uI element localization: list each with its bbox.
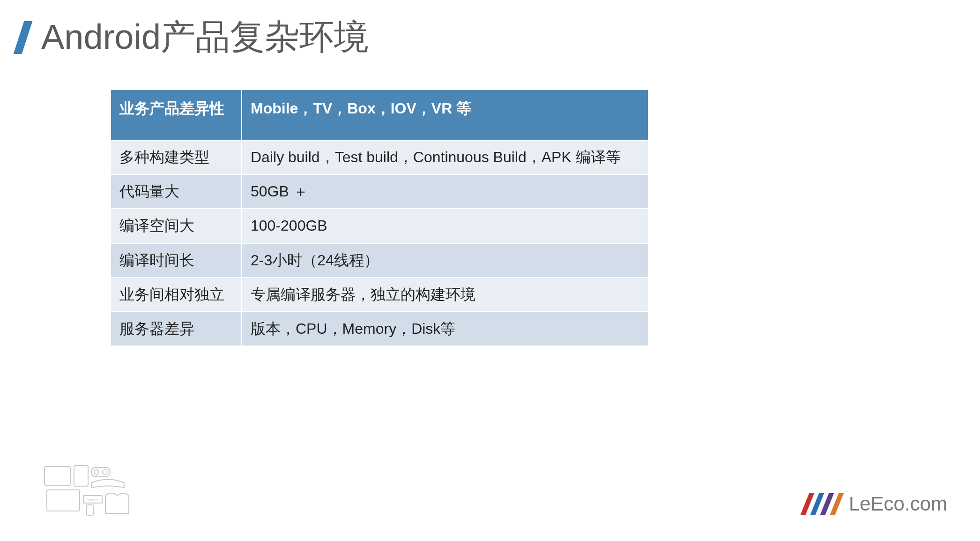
brand-text: LeEco.com — [849, 493, 947, 515]
header-label: 业务产品差异性 — [111, 90, 242, 140]
row-value: 版本，CPU，Memory，Disk等 — [242, 312, 648, 346]
title-accent-slash — [14, 21, 33, 54]
svg-point-3 — [94, 470, 99, 474]
devices-illustration-icon: Screen — [42, 462, 136, 518]
svg-rect-5 — [47, 490, 80, 511]
table-row: 服务器差异 版本，CPU，Memory，Disk等 — [111, 312, 648, 346]
table-header-row: 业务产品差异性 Mobile，TV，Box，IOV，VR 等 — [111, 90, 648, 140]
svg-rect-0 — [45, 466, 70, 485]
header-value: Mobile，TV，Box，IOV，VR 等 — [242, 90, 648, 140]
row-value: 专属编译服务器，独立的构建环境 — [242, 278, 648, 312]
table-row: 编译空间大 100-200GB — [111, 209, 648, 243]
row-label: 编译空间大 — [111, 209, 242, 243]
row-label: 多种构建类型 — [111, 140, 242, 174]
row-value: 2-3小时（24线程） — [242, 243, 648, 278]
content-table: 业务产品差异性 Mobile，TV，Box，IOV，VR 等 多种构建类型 Da… — [110, 89, 649, 346]
row-label: 业务间相对独立 — [111, 278, 242, 312]
slide-title-bar: Android产品复杂环境 — [0, 0, 980, 70]
table-row: 编译时间长 2-3小时（24线程） — [111, 243, 648, 278]
content-table-wrap: 业务产品差异性 Mobile，TV，Box，IOV，VR 等 多种构建类型 Da… — [110, 89, 649, 346]
row-label: 编译时间长 — [111, 243, 242, 278]
footer-devices-icon: Screen — [42, 462, 136, 520]
table-row: 多种构建类型 Daily build，Test build，Continuous… — [111, 140, 648, 174]
svg-text:Screen: Screen — [87, 498, 98, 502]
slide-title: Android产品复杂环境 — [41, 14, 369, 61]
row-value: 100-200GB — [242, 209, 648, 243]
svg-rect-1 — [74, 466, 88, 486]
row-label: 代码量大 — [111, 174, 242, 209]
svg-rect-8 — [87, 505, 93, 515]
svg-point-4 — [103, 470, 107, 474]
footer-brand: LeEco.com — [805, 493, 947, 515]
table-row: 代码量大 50GB ＋ — [111, 174, 648, 209]
table-row: 业务间相对独立 专属编译服务器，独立的构建环境 — [111, 278, 648, 312]
row-value: 50GB ＋ — [242, 174, 648, 209]
brand-slashes-icon — [805, 493, 839, 515]
row-value: Daily build，Test build，Continuous Build，… — [242, 140, 648, 174]
row-label: 服务器差异 — [111, 312, 242, 346]
